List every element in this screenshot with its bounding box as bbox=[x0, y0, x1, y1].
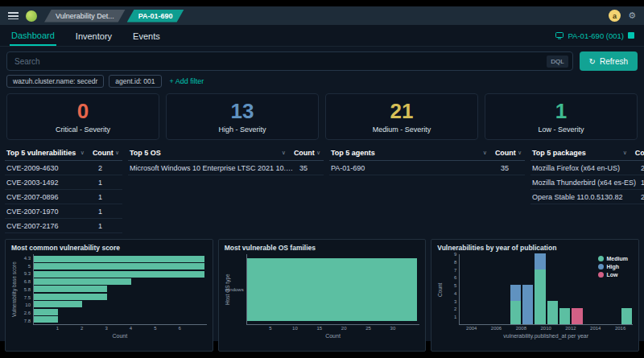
bar[interactable] bbox=[34, 278, 131, 285]
filter-pill[interactable]: wazuh.cluster.name: secedr bbox=[6, 75, 104, 88]
stacked-bar[interactable] bbox=[510, 285, 521, 324]
x-tick-label: 25 bbox=[365, 326, 371, 331]
severity-value: 13 bbox=[231, 101, 254, 121]
bar[interactable] bbox=[34, 294, 107, 300]
bar[interactable] bbox=[34, 316, 58, 323]
row-name: CVE-2007-1970 bbox=[6, 208, 93, 216]
legend-label: Low bbox=[607, 272, 618, 278]
severity-cards: 0Critical - Severity13High - Severity21M… bbox=[6, 93, 638, 140]
x-axis: 2004200620082010201220142016 bbox=[459, 325, 633, 332]
legend-item[interactable]: Medium bbox=[598, 256, 628, 261]
x-axis-title: vulnerability.published_at per year bbox=[459, 333, 633, 339]
bar[interactable] bbox=[34, 301, 82, 307]
bar[interactable] bbox=[247, 258, 418, 321]
sort-caret-icon[interactable]: ∨ bbox=[518, 150, 522, 156]
sort-caret-icon[interactable]: ∨ bbox=[80, 150, 85, 156]
bar[interactable] bbox=[34, 309, 58, 315]
top-navbar: Vulnerability Det... PA-01-690 a ⚙ bbox=[0, 6, 644, 25]
legend-label: High bbox=[607, 264, 620, 270]
y-tick-label: 4.3 bbox=[24, 256, 31, 261]
chart-panel: Most vulnerable OS familiesHost OS typew… bbox=[218, 239, 427, 352]
y-tick-label: 5 bbox=[454, 283, 456, 288]
y-tick-label: 3 bbox=[454, 299, 456, 304]
user-avatar[interactable]: a bbox=[609, 10, 621, 22]
y-tick-label: 6.8 bbox=[24, 279, 31, 284]
stacked-bar[interactable] bbox=[621, 308, 632, 324]
bar-segment bbox=[559, 308, 570, 324]
bar[interactable] bbox=[34, 271, 204, 278]
wazuh-dashboard-app: Vulnerability Det... PA-01-690 a ⚙ Dashb… bbox=[0, 6, 644, 341]
table-row[interactable]: CVE-2009-46302 bbox=[5, 161, 122, 175]
breadcrumb-module[interactable]: Vulnerability Det... bbox=[44, 10, 126, 23]
table-row[interactable]: CVE-2003-14921 bbox=[5, 175, 122, 190]
tab-events[interactable]: Events bbox=[131, 27, 162, 45]
stacked-bar[interactable] bbox=[535, 253, 545, 324]
severity-value: 1 bbox=[555, 101, 567, 121]
monitor-icon bbox=[555, 32, 564, 39]
pin-icon[interactable] bbox=[628, 32, 634, 39]
filter-pill[interactable]: agent.id: 001 bbox=[109, 75, 161, 88]
count-header: Count bbox=[294, 149, 315, 157]
x-tick-label: 2010 bbox=[540, 326, 551, 331]
legend-item[interactable]: High bbox=[598, 264, 628, 270]
x-tick-label: 2006 bbox=[491, 326, 502, 331]
table-row[interactable]: CVE-2007-19701 bbox=[5, 204, 122, 219]
plot-area bbox=[246, 254, 420, 325]
menu-icon[interactable] bbox=[8, 12, 19, 19]
y-tick-label: 6 bbox=[454, 275, 456, 280]
y-tick-label: 7.5 bbox=[24, 295, 31, 300]
gear-icon[interactable]: ⚙ bbox=[628, 11, 636, 20]
search-input[interactable] bbox=[14, 57, 547, 66]
row-count: 1 bbox=[93, 193, 121, 201]
row-name: Mozilla Thunderbird (x64 es-ES) bbox=[532, 179, 636, 187]
table-row[interactable]: Opera Stable 110.0.5130.822 bbox=[530, 190, 644, 204]
y-tick-labels: 4.359.36.85.87.5102.67.8 bbox=[17, 254, 33, 325]
bar[interactable] bbox=[34, 263, 204, 270]
table-row[interactable]: Mozilla Thunderbird (x64 es-ES)13 bbox=[530, 175, 644, 190]
table-row[interactable]: PA-01-69035 bbox=[329, 161, 525, 175]
agent-selector[interactable]: PA-01-690 (001) bbox=[555, 31, 634, 40]
bar[interactable] bbox=[34, 286, 107, 292]
wazuh-logo-icon[interactable] bbox=[26, 10, 37, 22]
severity-card: 0Critical - Severity bbox=[6, 93, 159, 140]
table-title: Top 5 OS bbox=[130, 149, 280, 157]
y-tick-labels: 123456789 bbox=[443, 254, 459, 325]
tab-dashboard[interactable]: Dashboard bbox=[10, 26, 56, 46]
sort-caret-icon[interactable]: ∨ bbox=[483, 150, 487, 156]
bar[interactable] bbox=[34, 256, 204, 262]
top5-tables: Top 5 vulnerabilities∨Count∨CVE-2009-463… bbox=[5, 146, 639, 233]
y-tick-label: 9 bbox=[454, 252, 456, 257]
refresh-button[interactable]: ↻ Refresh bbox=[580, 51, 638, 71]
table-row[interactable]: Microsoft Windows 10 Enterprise LTSC 202… bbox=[128, 161, 324, 175]
refresh-icon: ↻ bbox=[589, 57, 596, 66]
bar-segment bbox=[572, 308, 582, 324]
table-row[interactable]: CVE-2007-21761 bbox=[5, 219, 122, 233]
table-header: Top 5 agents∨Count∨ bbox=[329, 146, 525, 161]
severity-label: Medium - Severity bbox=[373, 126, 431, 134]
x-tick-label: 2 bbox=[80, 326, 83, 331]
stacked-bar[interactable] bbox=[572, 308, 582, 324]
x-tick-label: 15 bbox=[316, 326, 322, 331]
sort-caret-icon[interactable]: ∨ bbox=[115, 150, 119, 156]
severity-card: 21Medium - Severity bbox=[325, 93, 478, 140]
dql-button[interactable]: DQL bbox=[547, 56, 568, 68]
tab-inventory[interactable]: Inventory bbox=[74, 27, 114, 45]
sort-caret-icon[interactable]: ∨ bbox=[623, 150, 627, 156]
add-filter-button[interactable]: + Add filter bbox=[170, 77, 204, 85]
x-tick-label: 2004 bbox=[466, 326, 477, 331]
row-count: 13 bbox=[636, 179, 644, 187]
filter-row: wazuh.cluster.name: secedragent.id: 001+… bbox=[6, 75, 638, 88]
table-row[interactable]: Mozilla Firefox (x64 en-US)20 bbox=[530, 161, 644, 175]
x-tick-label: 4 bbox=[130, 326, 132, 331]
table-row[interactable]: CVE-2007-08961 bbox=[5, 190, 122, 204]
stacked-bar[interactable] bbox=[559, 308, 570, 324]
sort-caret-icon[interactable]: ∨ bbox=[316, 150, 320, 156]
table-header: Top 5 OS∨Count∨ bbox=[128, 146, 324, 161]
stacked-bar[interactable] bbox=[547, 301, 558, 324]
table-top-5-agents: Top 5 agents∨Count∨PA-01-69035 bbox=[329, 146, 525, 175]
breadcrumb-agent-badge[interactable]: PA-01-690 bbox=[127, 10, 184, 23]
sort-caret-icon[interactable]: ∨ bbox=[282, 150, 286, 156]
y-tick-label: 5.8 bbox=[24, 287, 31, 292]
stacked-bar[interactable] bbox=[522, 285, 533, 324]
legend-item[interactable]: Low bbox=[598, 272, 628, 278]
